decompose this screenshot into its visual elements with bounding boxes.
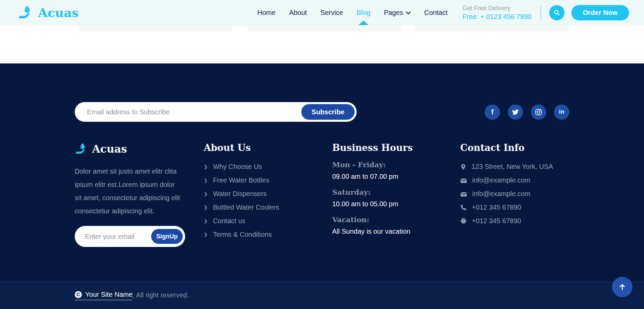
subscribe-button[interactable]: Subscribe — [301, 104, 355, 120]
delivery-info: Get Free Delivery Free: + 0123 456 7890 — [463, 0, 532, 25]
contact-address: 123 Street, New York, USA — [460, 163, 569, 170]
envelope-icon — [460, 191, 467, 197]
footer-link-bottled-water-coolers[interactable]: ❯ Bottled Water Coolers — [204, 204, 332, 211]
contact-email-1[interactable]: info@example.com — [460, 177, 569, 184]
arrow-up-icon — [618, 283, 626, 291]
footer-col-about: About Us ❯ Why Choose Us ❯ Free Water Bo… — [204, 142, 332, 247]
chevron-right-icon: ❯ — [204, 191, 208, 196]
newsletter-row: Subscribe f — [75, 102, 569, 122]
rights-text: , All right reserved. — [132, 291, 189, 299]
footer-link-water-dispensers[interactable]: ❯ Water Dispensers — [204, 190, 332, 197]
footer-link-free-water-bottles[interactable]: ❯ Free Water Bottles — [204, 177, 332, 184]
instagram-button[interactable] — [531, 104, 546, 120]
brand-name: Acuas — [38, 6, 79, 19]
contact-info-title: Contact Info — [460, 142, 569, 153]
delivery-label: Get Free Delivery — [463, 5, 532, 12]
subscribe-form: Subscribe — [75, 102, 357, 122]
scroll-to-top-button[interactable] — [612, 277, 632, 297]
footer-col-brand: Acuas Dolor amet sit justo amet elitr cl… — [75, 142, 204, 247]
nav-home[interactable]: Home — [257, 0, 275, 25]
envelope-icon — [460, 177, 467, 183]
footer-columns: Acuas Dolor amet sit justo amet elitr cl… — [75, 142, 569, 247]
linkedin-icon: in — [559, 109, 564, 115]
nav-service[interactable]: Service — [320, 0, 343, 25]
site-name-link[interactable]: C Your Site Name — [75, 291, 132, 300]
nav-about[interactable]: About — [289, 0, 307, 25]
delivery-phone[interactable]: Free: + 0123 456 7890 — [463, 13, 532, 21]
footer-col-contact: Contact Info 123 Street, New York, USA — [460, 142, 569, 247]
footer-link-terms-conditions[interactable]: ❯ Terms & Conditions — [204, 231, 332, 238]
hours-saturday: Saturday: 10.00 am to 05.00 pm — [332, 188, 460, 208]
signup-form: SignUp — [75, 226, 185, 247]
site-footer: Subscribe f — [0, 63, 644, 309]
facebook-icon: f — [491, 108, 494, 116]
page: Acuas Home About Service Blog Pages Cont… — [0, 0, 644, 309]
chevron-right-icon: ❯ — [204, 205, 208, 210]
linkedin-button[interactable]: in — [554, 104, 569, 120]
nav-blog[interactable]: Blog — [357, 0, 370, 25]
chevron-right-icon: ❯ — [204, 178, 208, 183]
search-button[interactable] — [549, 5, 565, 20]
nav-pages[interactable]: Pages — [384, 0, 411, 25]
hours-weekdays: Mon - Friday: 09.00 am to 07.00 pm — [332, 160, 460, 180]
footer-brand-name: Acuas — [92, 143, 127, 155]
contact-fax: +012 345 67890 — [460, 217, 569, 225]
site-header: Acuas Home About Service Blog Pages Cont… — [0, 0, 644, 25]
about-us-title: About Us — [204, 142, 332, 153]
header-divider — [540, 5, 541, 20]
instagram-icon — [535, 109, 542, 116]
contact-phone[interactable]: +012 345 67890 — [460, 204, 569, 211]
order-now-button[interactable]: Order Now — [571, 5, 629, 20]
search-icon — [553, 9, 560, 16]
footer-brand[interactable]: Acuas — [75, 142, 204, 155]
phone-icon — [460, 204, 467, 211]
business-hours-title: Business Hours — [332, 142, 460, 153]
social-links: f in — [485, 104, 569, 120]
signup-button[interactable]: SignUp — [151, 229, 183, 244]
site-name: Your Site Name — [85, 291, 132, 298]
chevron-right-icon: ❯ — [204, 164, 208, 169]
map-pin-icon — [460, 163, 466, 171]
footer-link-why-choose-us[interactable]: ❯ Why Choose Us — [204, 163, 332, 170]
footer-col-hours: Business Hours Mon - Friday: 09.00 am to… — [332, 142, 460, 247]
copyright-icon: C — [75, 291, 82, 298]
brand-logo[interactable]: Acuas — [18, 0, 79, 25]
printer-icon — [460, 218, 467, 224]
footer-link-contact-us[interactable]: ❯ Contact us — [204, 217, 332, 225]
water-drop-hand-icon — [75, 142, 88, 155]
facebook-button[interactable]: f — [485, 104, 500, 120]
hours-vacation: Vacation: All Sunday is our vacation — [332, 215, 460, 235]
contact-email-2[interactable]: info@example.com — [460, 190, 569, 197]
footer-description: Dolor amet sit justo amet elitr clita ip… — [75, 165, 181, 218]
footer-bottom-bar: C Your Site Name , All right reserved. — [0, 281, 644, 309]
twitter-icon — [512, 109, 519, 116]
chevron-down-icon — [406, 12, 411, 15]
chevron-right-icon: ❯ — [204, 232, 208, 237]
twitter-button[interactable] — [508, 104, 523, 120]
nav-contact[interactable]: Contact — [424, 0, 448, 25]
chevron-right-icon: ❯ — [204, 218, 208, 224]
active-tab-indicator — [358, 21, 369, 25]
main-nav: Home About Service Blog Pages Contact — [257, 0, 448, 25]
water-drop-hand-icon — [18, 5, 33, 20]
